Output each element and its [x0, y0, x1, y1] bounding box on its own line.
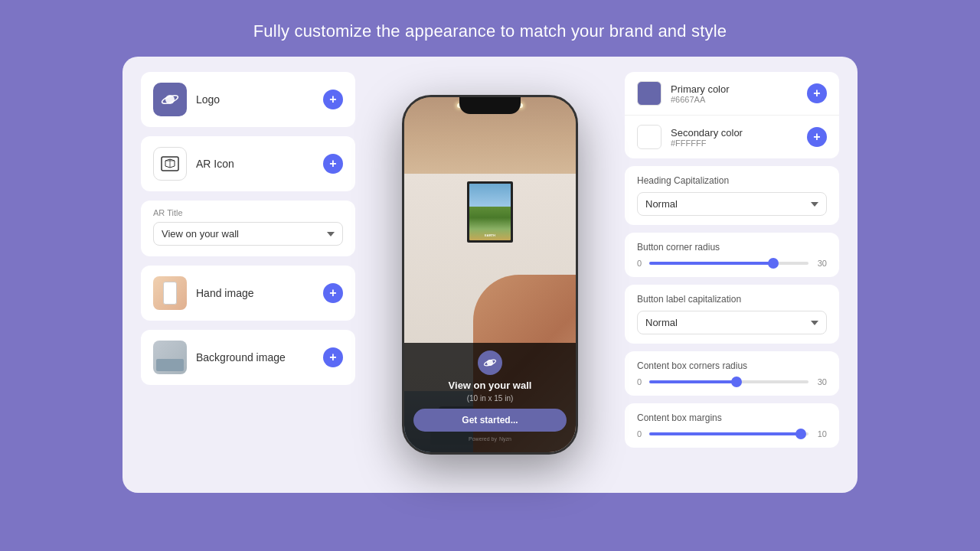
phone-saturn-icon: [478, 350, 502, 375]
hand-phone-mini: [163, 282, 177, 305]
content-box-corners-radius-slider-row: 0 30: [637, 377, 827, 386]
hand-image-preview: [153, 276, 187, 310]
painting-frame: EARTH: [467, 181, 513, 243]
page-title: Fully customize the appearance to match …: [253, 21, 727, 41]
button-corner-radius-fill: [649, 262, 773, 265]
secondary-color-hex: #FFFFFF: [671, 139, 798, 148]
phone-bottom-ui: View on your wall (10 in x 15 in) Get st…: [404, 343, 576, 452]
bg-sofa-mini: [156, 359, 184, 371]
button-label-capitalization-label: Button label capitalization: [637, 294, 827, 305]
ar-icon: [159, 153, 181, 174]
button-label-capitalization-section: Button label capitalization Normal Upper…: [625, 285, 839, 344]
phone-powered-by: Powered by Nyzn: [469, 436, 511, 442]
heading-capitalization-select[interactable]: Normal Uppercase Lowercase Capitalize: [637, 192, 827, 216]
content-box-margins-section: Content box margins 0 10: [625, 403, 839, 448]
main-card: Logo + AR Icon + AR Title View on your w…: [122, 57, 858, 493]
button-corner-radius-label: Button corner radius: [637, 242, 827, 253]
secondary-color-add-button[interactable]: +: [807, 127, 827, 147]
hand-image-add-button[interactable]: +: [323, 283, 343, 303]
button-corner-radius-max: 30: [815, 259, 827, 268]
secondary-color-info: Secondary color #FFFFFF: [671, 127, 798, 148]
painting-inner: EARTH: [469, 184, 511, 240]
background-image-item: Background image +: [141, 330, 355, 385]
ar-title-select[interactable]: View on your wall: [153, 222, 343, 246]
primary-color-add-button[interactable]: +: [807, 83, 827, 103]
heading-capitalization-section: Heading Capitalization Normal Uppercase …: [625, 166, 839, 225]
ar-title-section: AR Title View on your wall: [141, 201, 355, 256]
phone-mockup: EARTH: [402, 95, 578, 455]
logo-icon-container: [153, 83, 187, 116]
content-box-corners-radius-min: 0: [637, 377, 643, 386]
logo-add-button[interactable]: +: [323, 90, 343, 109]
painting-sky: [469, 184, 511, 207]
content-box-corners-radius-label: Content box corners radius: [637, 360, 827, 371]
ar-icon-item: AR Icon +: [141, 136, 355, 191]
left-panel: Logo + AR Icon + AR Title View on your w…: [141, 72, 355, 478]
primary-color-hex: #6667AA: [671, 95, 798, 104]
content-box-corners-radius-max: 30: [815, 377, 827, 386]
content-box-corners-radius-section: Content box corners radius 0 30: [625, 351, 839, 396]
saturn-icon: [160, 90, 180, 109]
phone-preview-title: View on your wall: [449, 380, 532, 391]
ar-icon-label: AR Icon: [196, 158, 314, 170]
painting-text: EARTH: [469, 233, 511, 237]
right-panel: Primary color #6667AA + Secondary color …: [625, 72, 839, 478]
button-corner-radius-track: [649, 262, 808, 265]
content-box-margins-slider-row: 0 10: [637, 429, 827, 439]
content-box-corners-radius-track: [649, 380, 808, 383]
color-section: Primary color #6667AA + Secondary color …: [625, 72, 839, 158]
content-box-margins-fill: [649, 432, 801, 435]
content-box-corners-radius-fill: [649, 380, 737, 383]
background-image-add-button[interactable]: +: [323, 347, 343, 367]
primary-color-name: Primary color: [671, 83, 798, 95]
heading-capitalization-label: Heading Capitalization: [637, 175, 827, 186]
content-box-corners-radius-thumb[interactable]: [731, 377, 742, 387]
secondary-color-swatch: [637, 125, 662, 149]
button-corner-radius-thumb[interactable]: [768, 258, 779, 269]
ar-title-label: AR Title: [153, 208, 343, 217]
primary-color-swatch: [637, 81, 662, 106]
phone-preview-subtitle: (10 in x 15 in): [467, 394, 514, 403]
content-box-margins-label: Content box margins: [637, 412, 827, 423]
button-corner-radius-min: 0: [637, 259, 643, 268]
content-box-margins-track: [649, 432, 808, 435]
content-box-margins-max: 10: [815, 429, 827, 439]
content-box-margins-thumb[interactable]: [795, 429, 806, 439]
phone-container: EARTH: [368, 72, 612, 478]
logo-item: Logo +: [141, 72, 355, 127]
hand-image-label: Hand image: [196, 287, 314, 299]
secondary-color-name: Secondary color: [671, 127, 798, 139]
phone-notch: [459, 97, 521, 114]
phone-cta-button[interactable]: Get started...: [413, 409, 567, 432]
button-corner-radius-section: Button corner radius 0 30: [625, 233, 839, 277]
logo-label: Logo: [196, 93, 314, 106]
button-label-capitalization-select[interactable]: Normal Uppercase Lowercase Capitalize: [637, 311, 827, 334]
background-image-label: Background image: [196, 351, 314, 364]
content-box-margins-min: 0: [637, 429, 643, 439]
ar-icon-add-button[interactable]: +: [323, 154, 343, 174]
bg-image-preview: [153, 341, 187, 374]
ar-icon-container: [153, 147, 187, 181]
secondary-color-item: Secondary color #FFFFFF +: [625, 115, 839, 158]
phone-screen: EARTH: [404, 97, 576, 452]
primary-color-info: Primary color #6667AA: [671, 83, 798, 104]
nyzn-logo: Nyzn: [499, 436, 511, 442]
hand-image-item: Hand image +: [141, 266, 355, 321]
primary-color-item: Primary color #6667AA +: [625, 72, 839, 115]
button-corner-radius-slider-row: 0 30: [637, 259, 827, 268]
